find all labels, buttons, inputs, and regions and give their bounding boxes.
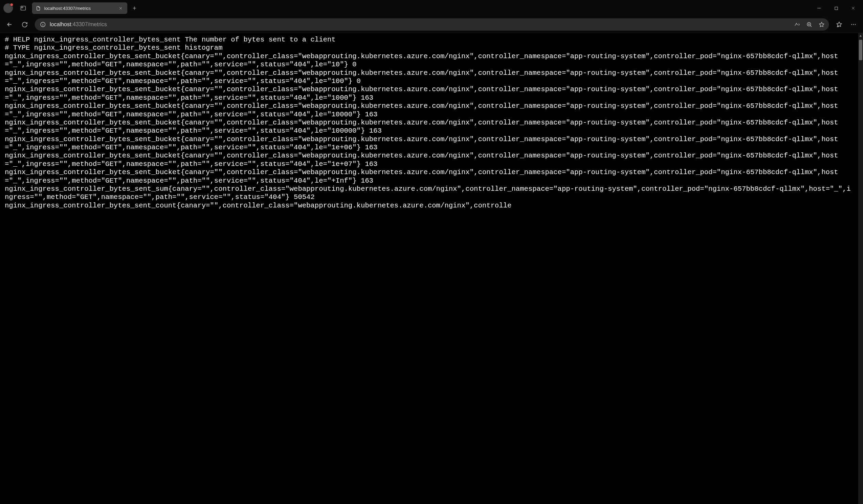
svg-rect-2 (835, 7, 837, 10)
window-close-button[interactable] (845, 1, 862, 15)
maximize-button[interactable] (828, 1, 845, 15)
tab-close-button[interactable] (117, 5, 124, 12)
profile-avatar[interactable] (3, 3, 13, 13)
titlebar: localhost:43307/metrics (0, 0, 863, 16)
read-aloud-icon[interactable] (791, 19, 802, 30)
favorite-icon[interactable] (816, 19, 827, 30)
back-button[interactable] (3, 18, 16, 31)
scrollbar-up-arrow[interactable]: ▲ (858, 33, 863, 38)
new-tab-button[interactable] (129, 2, 140, 14)
svg-point-7 (855, 24, 855, 25)
settings-more-button[interactable] (847, 18, 860, 31)
zoom-icon[interactable] (804, 19, 815, 30)
window-controls (811, 1, 862, 15)
page-icon (35, 5, 41, 11)
browser-tab[interactable]: localhost:43307/metrics (32, 2, 127, 14)
svg-rect-0 (21, 6, 26, 10)
tab-title: localhost:43307/metrics (44, 6, 114, 11)
toolbar: localhost:43307/metrics (0, 16, 863, 33)
minimize-button[interactable] (811, 1, 828, 15)
scrollbar[interactable]: ▲ (858, 33, 863, 504)
site-info-icon[interactable] (39, 21, 46, 28)
svg-point-6 (853, 24, 854, 25)
url-display: localhost:43307/metrics (50, 22, 788, 28)
url-path: :43307/metrics (71, 22, 107, 27)
svg-point-5 (851, 24, 852, 25)
favorites-button[interactable] (833, 18, 846, 31)
metrics-text[interactable]: # HELP nginx_ingress_controller_bytes_se… (0, 33, 858, 212)
refresh-button[interactable] (18, 18, 31, 31)
tab-actions-icon[interactable] (16, 1, 30, 15)
scrollbar-thumb[interactable] (859, 40, 862, 60)
page-content: # HELP nginx_ingress_controller_bytes_se… (0, 33, 863, 504)
address-bar[interactable]: localhost:43307/metrics (35, 18, 829, 30)
url-host: localhost (50, 22, 71, 27)
svg-rect-1 (22, 7, 23, 8)
